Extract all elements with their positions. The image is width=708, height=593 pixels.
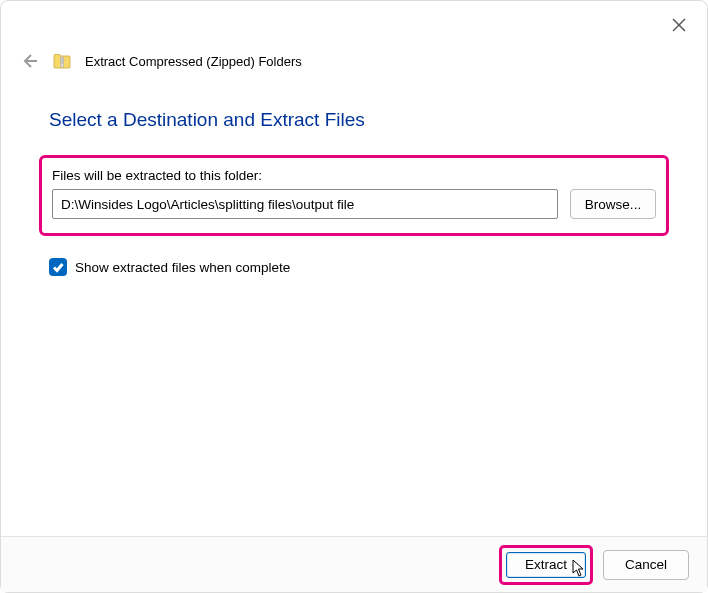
zip-folder-icon: [53, 52, 71, 70]
destination-label: Files will be extracted to this folder:: [52, 168, 656, 183]
cancel-button[interactable]: Cancel: [603, 550, 689, 580]
destination-path-input[interactable]: [52, 189, 558, 219]
page-heading: Select a Destination and Extract Files: [49, 109, 659, 131]
extract-button[interactable]: Extract: [506, 552, 586, 578]
dialog-content: Select a Destination and Extract Files F…: [49, 109, 659, 276]
svg-rect-3: [61, 57, 64, 67]
close-icon: [672, 18, 686, 32]
extract-dialog: Extract Compressed (Zipped) Folders Sele…: [0, 0, 708, 593]
show-files-checkbox-row: Show extracted files when complete: [49, 258, 659, 276]
browse-button[interactable]: Browse...: [570, 189, 656, 219]
extract-highlight: Extract: [499, 545, 593, 585]
arrow-left-icon: [20, 52, 38, 70]
destination-row: Browse...: [52, 189, 656, 219]
back-button[interactable]: [19, 51, 39, 71]
dialog-title: Extract Compressed (Zipped) Folders: [85, 54, 302, 69]
show-files-checkbox[interactable]: [49, 258, 67, 276]
show-files-checkbox-label: Show extracted files when complete: [75, 260, 290, 275]
destination-highlight: Files will be extracted to this folder: …: [39, 155, 669, 236]
check-icon: [52, 261, 64, 273]
dialog-footer: Extract Cancel: [1, 536, 707, 592]
dialog-header: Extract Compressed (Zipped) Folders: [19, 51, 302, 71]
close-button[interactable]: [665, 11, 693, 39]
